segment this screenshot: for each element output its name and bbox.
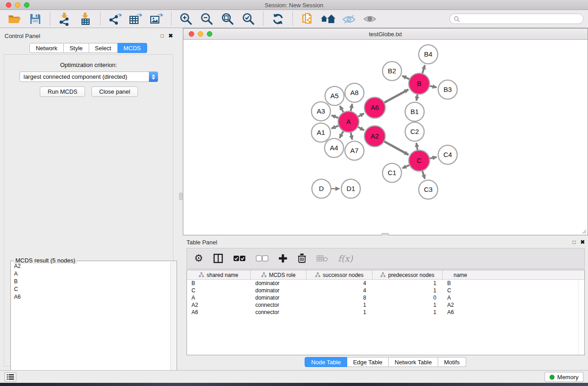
table-cell[interactable]: A2: [443, 301, 478, 309]
network-canvas[interactable]: B4B2BB3A8A5A6A3B1AC2A1A2A4A7C4CC1C3DD1: [183, 40, 588, 235]
tab-motifs[interactable]: Motifs: [438, 357, 466, 367]
close-panel-icon[interactable]: ✖: [168, 33, 173, 39]
tab-edge-table[interactable]: Edge Table: [347, 357, 389, 367]
result-item-c[interactable]: C: [11, 286, 171, 293]
table-cell[interactable]: 1: [373, 287, 443, 294]
export-table-button[interactable]: [128, 11, 144, 27]
resize-grip-icon[interactable]: [581, 229, 587, 234]
result-item-b[interactable]: B: [11, 278, 171, 286]
task-history-button[interactable]: [5, 372, 16, 381]
edge-C-C2[interactable]: [416, 143, 417, 150]
table-cell[interactable]: 8: [306, 294, 373, 301]
edge-A-A6[interactable]: [358, 114, 364, 117]
delete-column-button[interactable]: [297, 252, 306, 265]
table-cell[interactable]: connector: [251, 301, 306, 309]
table-cell[interactable]: A: [443, 294, 478, 301]
result-item-a2[interactable]: A2: [11, 262, 171, 270]
table-cell[interactable]: A: [187, 294, 251, 301]
run-mcds-button[interactable]: Run MCDS: [40, 86, 85, 97]
table-cell[interactable]: B: [443, 280, 478, 287]
home-button[interactable]: [320, 11, 336, 27]
table-settings-button[interactable]: ⚙: [194, 252, 203, 265]
hide-graphics-details-button[interactable]: [341, 11, 357, 27]
edge-B-B3[interactable]: [430, 86, 437, 87]
table-cell[interactable]: 1: [306, 301, 373, 309]
delete-table-button[interactable]: [316, 252, 328, 265]
edge-A-A3[interactable]: [331, 115, 338, 118]
edge-C-C4[interactable]: [430, 157, 437, 158]
search-box[interactable]: [449, 14, 583, 24]
table-cell[interactable]: dominator: [251, 287, 306, 294]
export-image-button[interactable]: [148, 11, 165, 27]
zoom-in-button[interactable]: [178, 11, 194, 27]
show-graphics-details-button[interactable]: [362, 11, 378, 27]
refresh-button[interactable]: [270, 11, 286, 27]
table-row[interactable]: Adominator80A: [187, 294, 584, 301]
result-item-a[interactable]: A: [11, 270, 171, 278]
close-table-panel-icon[interactable]: ✖: [580, 239, 585, 245]
open-file-button[interactable]: [6, 11, 23, 27]
function-builder-button[interactable]: f(x): [338, 252, 353, 265]
tab-network[interactable]: Network: [29, 43, 64, 53]
unselect-all-columns-button[interactable]: [256, 252, 268, 265]
edge-A-A8[interactable]: [351, 104, 352, 111]
table-cell[interactable]: 1: [373, 301, 443, 309]
table-row[interactable]: Bdominator41B: [187, 280, 584, 287]
table-cell[interactable]: C: [187, 287, 251, 294]
save-session-button[interactable]: [27, 11, 43, 27]
edge-B-B1[interactable]: [416, 95, 417, 101]
search-input[interactable]: [460, 16, 579, 22]
tab-select[interactable]: Select: [89, 43, 118, 53]
edge-A2-C[interactable]: [384, 142, 408, 155]
edge-A-A2[interactable]: [358, 127, 364, 130]
zoom-selected-button[interactable]: [240, 11, 257, 27]
edge-A-A4[interactable]: [339, 131, 343, 138]
edge-A-A5[interactable]: [340, 106, 344, 112]
memory-button[interactable]: Memory: [545, 372, 583, 382]
tab-node-table[interactable]: Node Table: [305, 357, 347, 367]
select-all-columns-button[interactable]: [233, 252, 246, 265]
tab-style[interactable]: Style: [64, 43, 89, 53]
show-column-button[interactable]: [213, 252, 223, 265]
add-column-button[interactable]: [278, 252, 287, 265]
float-panel-icon[interactable]: □: [161, 33, 164, 39]
table-cell[interactable]: 4: [306, 287, 373, 294]
table-cell[interactable]: A6: [187, 309, 251, 316]
float-table-panel-icon[interactable]: □: [573, 239, 576, 245]
network-file-button[interactable]: [299, 11, 316, 27]
table-cell[interactable]: dominator: [251, 280, 306, 287]
criterion-select[interactable]: largest connected component (directed): [19, 71, 158, 82]
export-network-button[interactable]: [107, 11, 123, 27]
edge-A-A7[interactable]: [351, 133, 352, 140]
edge-C-C1[interactable]: [402, 165, 409, 168]
splitter-handle-left[interactable]: [179, 193, 182, 200]
mcds-result-list[interactable]: A2ABCA6: [11, 262, 171, 301]
table-cell[interactable]: B: [187, 280, 251, 287]
table-cell[interactable]: dominator: [251, 294, 306, 301]
table-cell[interactable]: C: [443, 287, 478, 294]
column-header-shared-name[interactable]: shared name: [187, 270, 251, 280]
table-cell[interactable]: 0: [373, 294, 443, 301]
column-header-name[interactable]: name: [443, 270, 478, 280]
table-scrollbar[interactable]: [578, 280, 578, 355]
column-header-successor-nodes[interactable]: successor nodes: [306, 270, 373, 280]
table-cell[interactable]: 1: [306, 309, 373, 316]
edge-B-B4[interactable]: [422, 65, 425, 73]
table-cell[interactable]: A2: [187, 301, 251, 309]
table-row[interactable]: A2connector11A2: [187, 301, 584, 309]
result-scrollbar[interactable]: [170, 262, 176, 386]
import-table-button[interactable]: [77, 11, 94, 27]
table-cell[interactable]: 1: [373, 280, 443, 287]
import-network-button[interactable]: [57, 11, 73, 27]
close-panel-button[interactable]: Close panel: [91, 86, 138, 97]
table-cell[interactable]: 1: [373, 309, 443, 316]
column-header-predecessor-nodes[interactable]: predecessor nodes: [373, 270, 443, 280]
table-row[interactable]: Cdominator41C: [187, 287, 584, 294]
tab-network-table[interactable]: Network Table: [389, 357, 438, 367]
edge-A6-B[interactable]: [384, 90, 408, 103]
table-row[interactable]: A6connector11A6: [187, 309, 584, 316]
tab-mcds[interactable]: MCDS: [118, 43, 147, 53]
table-cell[interactable]: 4: [306, 280, 373, 287]
edge-A-A1[interactable]: [331, 126, 338, 129]
column-header-mcds-role[interactable]: MCDS role: [251, 270, 306, 280]
